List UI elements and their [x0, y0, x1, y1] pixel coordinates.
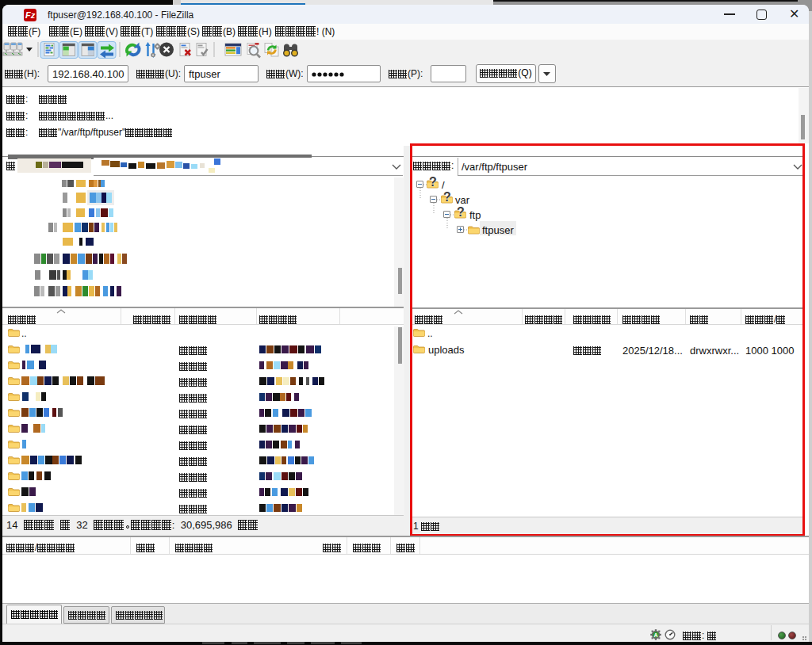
svg-text:A: A	[653, 632, 657, 638]
